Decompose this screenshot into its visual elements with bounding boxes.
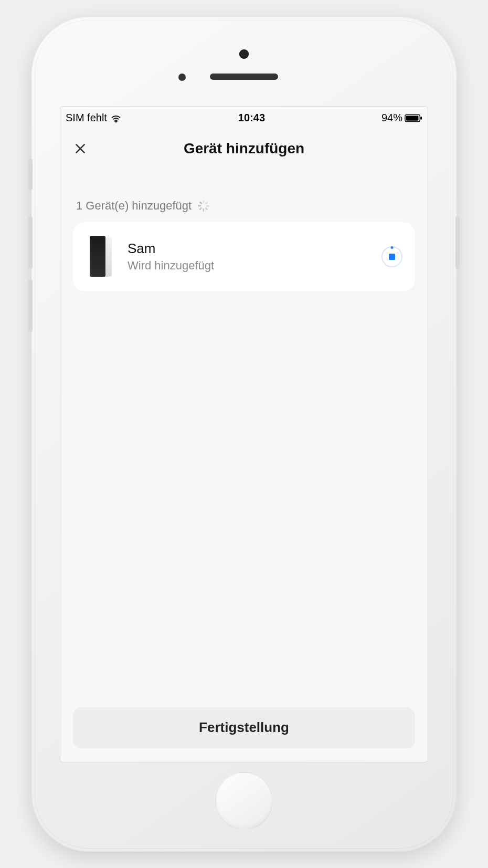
screen: SIM fehlt 10:43 94% Gerät hinzufügen 1 G (60, 106, 428, 762)
phone-frame: SIM fehlt 10:43 94% Gerät hinzufügen 1 G (31, 17, 457, 852)
mute-switch (28, 159, 33, 190)
status-bar: SIM fehlt 10:43 94% (60, 107, 428, 130)
status-right: 94% (381, 112, 422, 124)
device-text: Sam Wird hinzugefügt (128, 240, 368, 273)
battery-percent-text: 94% (381, 112, 402, 124)
svg-rect-1 (406, 116, 419, 120)
svg-rect-2 (420, 117, 422, 120)
devices-added-text: 1 Gerät(e) hinzugefügt (76, 199, 192, 213)
status-time: 10:43 (238, 112, 265, 124)
device-name-label: Sam (128, 240, 368, 257)
devices-added-row: 1 Gerät(e) hinzugefügt (76, 199, 412, 213)
sim-status-text: SIM fehlt (66, 112, 107, 124)
home-button[interactable] (215, 772, 273, 830)
proximity-sensor (178, 74, 186, 81)
battery-icon (405, 114, 422, 122)
finish-button-label: Fertigstellung (199, 719, 289, 736)
app-header: Gerät hinzufügen (60, 130, 428, 173)
front-camera (239, 49, 249, 59)
page-title: Gerät hinzufügen (60, 140, 428, 157)
earpiece-speaker (210, 74, 278, 80)
spacer (73, 291, 415, 707)
device-card[interactable]: Sam Wird hinzugefügt (73, 222, 415, 291)
content-area: 1 Gerät(e) hinzugefügt Sam Wird hinzugef… (60, 173, 428, 762)
status-left: SIM fehlt (66, 112, 122, 124)
close-icon (73, 142, 87, 155)
close-button[interactable] (71, 139, 90, 158)
wifi-icon (110, 112, 122, 124)
finish-button[interactable]: Fertigstellung (73, 707, 415, 748)
device-progress-icon (381, 246, 402, 267)
volume-down-button (28, 279, 33, 332)
device-thumbnail (86, 236, 114, 278)
volume-up-button (28, 216, 33, 269)
device-status-label: Wird hinzugefügt (128, 259, 368, 273)
power-button (455, 216, 460, 269)
loading-spinner-icon (198, 200, 209, 212)
